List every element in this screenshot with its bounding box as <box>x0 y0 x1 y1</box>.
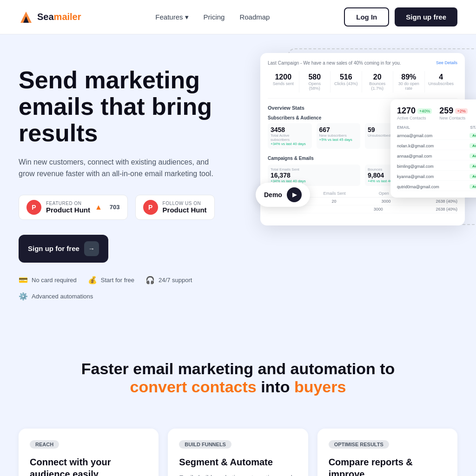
stat-bounces: 20 Bounces (1.7%) <box>362 71 394 93</box>
campaigns-title: Campaigns & Emails <box>268 156 314 161</box>
nav-pricing[interactable]: Pricing <box>204 13 225 21</box>
contact-list: arrnoa@gmail.com Active nolan.k@gmail.co… <box>397 132 476 191</box>
feature-support-text: 24/7 support <box>159 277 192 284</box>
card-reach: REACH Connect with your audience easily … <box>19 429 159 476</box>
section2-title: Faster email marketing and automation to… <box>19 360 457 396</box>
play-icon: ▶ <box>287 187 302 202</box>
feature-automations-text: Advanced automations <box>32 293 93 300</box>
stat-unsub-num: 4 <box>429 73 454 81</box>
contact-row: qutrid0rna@gmail.com Active <box>397 183 476 191</box>
stat-clicks-num: 516 <box>334 73 358 81</box>
active-contacts-num: 1270 <box>397 106 416 116</box>
dashboard-header-text: Last Campaign - We have a new sales of 4… <box>268 60 401 66</box>
overview-title: Overview Stats <box>268 105 304 111</box>
ph-follow-badge[interactable]: P FOLLOW US ON Product Hunt <box>135 195 215 220</box>
ph-badges: P FEATURED ON Product Hunt ▲ 703 P FOLLO… <box>19 195 251 220</box>
feature-support: 🎧 24/7 support <box>145 276 192 284</box>
card-results-tag: OPTIMISE RESULTS <box>329 440 389 449</box>
hero-left: Send marketing emails that bring results… <box>19 62 251 301</box>
ph-featured-badge[interactable]: P FEATURED ON Product Hunt ▲ 703 <box>19 195 128 220</box>
subscribers-title: Subscribers & Audience <box>268 115 321 120</box>
ph-count: 703 <box>110 204 120 211</box>
contact-row: nolan.k@gmail.com Active <box>397 142 476 150</box>
support-icon: 🎧 <box>145 276 155 284</box>
contact-row: annaa@gmail.com Active <box>397 152 476 160</box>
stat-opens-label: Opens (58%) <box>303 81 327 91</box>
stat-open-rate: 89% 30 do open rate <box>393 71 425 93</box>
section2: Faster email marketing and automation to… <box>0 323 476 429</box>
stat-unsub-label: Unsubscribes <box>429 81 454 86</box>
stat-bounces-label: Bounces (1.7%) <box>366 81 390 91</box>
ph-featured-text: FEATURED ON Product Hunt <box>46 201 90 214</box>
feature-automations: ⚙️ Advanced automations <box>19 292 93 301</box>
section2-into: into <box>261 378 290 396</box>
automation-icon: ⚙️ <box>19 292 28 301</box>
new-contacts-label: New Contacts <box>439 116 467 120</box>
nav-actions: Log In Sign up free <box>344 7 457 26</box>
ph-icon: P <box>26 200 41 215</box>
email-col-header: EMAIL <box>397 125 410 130</box>
logo[interactable]: Seamailer <box>19 10 81 25</box>
card-results-title: Compare reports & improve <box>329 456 446 476</box>
stat-sent-label: Sends sent <box>271 81 295 86</box>
stat-open-rate-num: 89% <box>397 73 421 81</box>
stat-opens: 580 Opens (58%) <box>299 71 331 93</box>
feature-no-card-text: No card required <box>32 277 77 284</box>
demo-label: Demo <box>264 191 282 198</box>
stat-clicks: 516 Clicks (43%) <box>331 71 362 93</box>
card-funnels-tag: BUILD FUNNELS <box>179 440 231 449</box>
hero-cta: Sign up for free → <box>19 235 251 263</box>
card-funnels: BUILD FUNNELS Segment & Automate Easily … <box>168 429 308 476</box>
new-contacts-num: 259 <box>439 106 453 116</box>
card-funnels-desc: Easily build marketing automations and s… <box>179 473 297 476</box>
see-details-link[interactable]: See Details <box>436 60 457 66</box>
ph-follow-icon: P <box>143 200 158 215</box>
hero-signup-button[interactable]: Sign up for free → <box>19 235 108 263</box>
sub-active: 3458 Total Active subscribers +34% vs la… <box>268 123 312 149</box>
card-funnels-title: Segment & Automate <box>179 456 297 468</box>
feature-cards: REACH Connect with your audience easily … <box>0 429 476 476</box>
feature-start-free-text: Start for free <box>101 277 134 284</box>
login-button[interactable]: Log In <box>344 7 389 26</box>
free-icon: 💰 <box>88 276 97 284</box>
stat-sent: 1200 Sends sent <box>268 71 299 93</box>
nav-links: Features ▾ Pricing Roadmap <box>155 13 270 21</box>
dashboard-header: Last Campaign - We have a new sales of 4… <box>268 60 457 66</box>
stat-unsub: 4 Unsubscribes <box>425 71 458 93</box>
demo-button[interactable]: Demo ▶ <box>256 183 310 207</box>
contact-row: arrnoa@gmail.com Active <box>397 132 476 140</box>
new-contacts-change: +2% <box>455 108 467 114</box>
feature-start-free: 💰 Start for free <box>88 276 134 284</box>
section2-title-text: Faster email marketing and automation to <box>81 360 395 377</box>
logo-icon <box>19 10 33 25</box>
hero-subtitle: Win new customers, connect with existing… <box>19 156 223 180</box>
active-contacts-stat: 1270 +40% Active Contacts <box>397 106 432 120</box>
nav-features[interactable]: Features ▾ <box>155 13 188 21</box>
section2-highlight1: convert contacts <box>130 378 257 396</box>
stat-sent-num: 1200 <box>271 73 295 81</box>
logo-text: Seamailer <box>37 12 81 22</box>
hero-title: Send marketing emails that bring results <box>19 67 251 147</box>
ph-featured-name: Product Hunt <box>46 206 90 214</box>
cta-label: Sign up for free <box>28 245 79 252</box>
chevron-down-icon: ▾ <box>185 13 189 21</box>
section2-highlight2: buyers <box>294 378 346 396</box>
ph-follow-text: FOLLOW US ON Product Hunt <box>163 201 207 214</box>
card-results: OPTIMISE RESULTS Compare reports & impro… <box>317 429 457 476</box>
nav-roadmap[interactable]: Roadmap <box>239 13 270 21</box>
contact-row: kyanna@gmail.com Active <box>397 172 476 181</box>
ph-follow-name: Product Hunt <box>163 206 207 214</box>
ph-arrow-icon: ▲ <box>95 203 102 212</box>
status-col-header: STATUS <box>470 125 476 130</box>
card-reach-title: Connect with your audience easily <box>30 456 147 476</box>
ph-follow-label: FOLLOW US ON <box>163 201 207 206</box>
stat-opens-num: 580 <box>303 73 327 81</box>
hero-right: Last Campaign - We have a new sales of 4… <box>260 53 465 225</box>
card-icon: 💳 <box>19 276 28 284</box>
contacts-float-card: 1270 +40% Active Contacts 259 +2% New Co… <box>390 99 476 198</box>
hero-section: Send marketing emails that bring results… <box>0 34 476 323</box>
signup-button[interactable]: Sign up free <box>395 7 457 26</box>
feature-no-card: 💳 No card required <box>19 276 77 284</box>
active-contacts-change: +40% <box>417 108 432 114</box>
cta-arrow-icon: → <box>84 241 99 256</box>
